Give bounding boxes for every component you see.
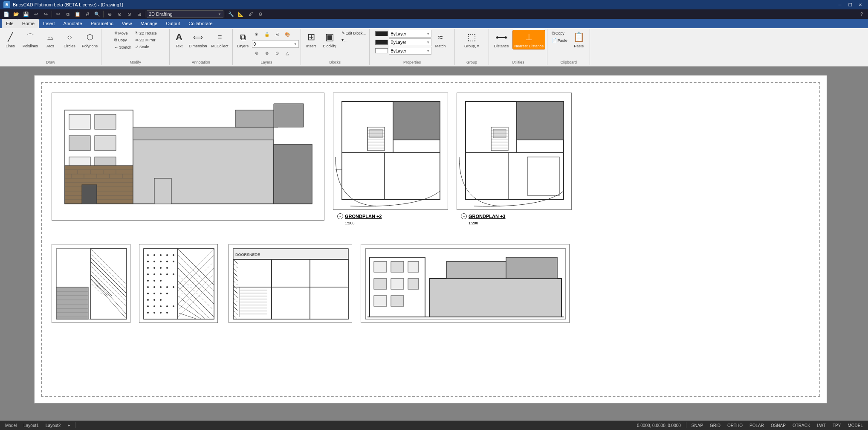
arcs-button[interactable]: ⌓ Arcs xyxy=(42,30,59,49)
svg-point-137 xyxy=(147,312,149,314)
block-more-button[interactable]: ▾ ... xyxy=(340,37,368,43)
layout2-tab[interactable]: Layout2 xyxy=(44,423,63,428)
tpy-status[interactable]: TPY xyxy=(831,423,842,428)
axo-viewport[interactable] xyxy=(52,93,324,221)
plan3-viewport[interactable] xyxy=(457,93,572,210)
tab-collaborate[interactable]: Collaborate xyxy=(184,19,217,28)
distance-button[interactable]: ⟷ Distance xyxy=(491,30,512,49)
text-button[interactable]: A Text xyxy=(171,30,187,49)
redo-button[interactable]: ↪ xyxy=(41,10,50,18)
group-button[interactable]: ⬚ Group, ▾ xyxy=(459,30,485,49)
color-swatch xyxy=(375,31,388,36)
copy-icon: ⧉ xyxy=(114,38,117,43)
settings-btn2[interactable]: 📐 xyxy=(236,10,246,18)
layout1-tab[interactable]: Layout1 xyxy=(22,423,41,428)
layers-button[interactable]: ⧉ Layers xyxy=(234,30,252,49)
edit-block-button[interactable]: ✎ Edit Block... xyxy=(340,30,368,36)
detail2-viewport[interactable] xyxy=(139,244,218,323)
tab-insert[interactable]: Insert xyxy=(39,19,59,28)
copy-button[interactable]: ⧉ Copy xyxy=(113,37,133,44)
tab-manage[interactable]: Manage xyxy=(136,19,162,28)
save-button[interactable]: 💾 xyxy=(21,10,31,18)
model-tab[interactable]: Model xyxy=(3,423,18,428)
tab-home[interactable]: Home xyxy=(18,19,39,28)
new-button[interactable]: 📄 xyxy=(2,10,11,18)
model-status[interactable]: MODEL xyxy=(846,423,865,428)
layer-icon2[interactable]: 🔒 xyxy=(262,30,272,38)
layer-icon6[interactable]: ⊗ xyxy=(262,49,272,57)
plan2-viewport[interactable] xyxy=(333,93,448,210)
print-button[interactable]: 🖨 xyxy=(83,10,92,18)
undo-button[interactable]: ↩ xyxy=(31,10,41,18)
tab-view[interactable]: View xyxy=(118,19,136,28)
help-button[interactable]: ? xyxy=(857,10,866,18)
move-button[interactable]: ✥ Move xyxy=(113,30,133,36)
tab-annotate[interactable]: Annotate xyxy=(59,19,87,28)
clipboard-paste-small-button[interactable]: 📄 Paste xyxy=(550,37,569,44)
open-button[interactable]: 📂 xyxy=(12,10,21,18)
clipboard-copy-button[interactable]: ⧉ Copy xyxy=(550,30,569,37)
tab-parametric[interactable]: Parametric xyxy=(87,19,118,28)
stretch-button[interactable]: ↔ Stretch xyxy=(113,44,133,50)
tab-file[interactable]: File xyxy=(2,19,18,28)
settings-btn3[interactable]: 🖊 xyxy=(246,10,255,18)
lineweight-prop-box[interactable]: ByLayer ▼ xyxy=(389,47,431,55)
lines-button[interactable]: ╱ Lines xyxy=(2,30,19,49)
osnap-status[interactable]: OSNAP xyxy=(769,423,787,428)
layer-name-box[interactable]: 0 ▼ xyxy=(252,40,299,48)
detail1-viewport[interactable] xyxy=(52,244,130,323)
svg-text:DOORSNEDE: DOORSNEDE xyxy=(235,253,260,257)
detail3-viewport[interactable]: DOORSNEDE xyxy=(229,244,352,323)
mirror2d-button[interactable]: ⇔ 2D Mirror xyxy=(133,37,159,43)
layer-icon7[interactable]: ⊙ xyxy=(272,49,282,57)
snap-btn[interactable]: ⊕ xyxy=(105,10,114,18)
drawing-canvas[interactable]: ≡ AXO BEELD xyxy=(34,75,827,404)
linetype-prop-box[interactable]: ByLayer ▼ xyxy=(389,38,431,46)
settings-btn1[interactable]: 🔧 xyxy=(226,10,236,18)
polar-status[interactable]: POLAR xyxy=(748,423,766,428)
rotate2d-button[interactable]: ↻ 2D Rotate xyxy=(133,30,159,36)
dimension-button[interactable]: ⟺ Dimension xyxy=(187,30,209,49)
grid-status[interactable]: GRID xyxy=(708,423,722,428)
restore-button[interactable]: ❐ xyxy=(846,1,854,8)
workspace-selector[interactable]: 2D Drafting ▼ xyxy=(147,10,223,18)
snap-btn4[interactable]: ⊞ xyxy=(134,10,144,18)
color-prop-box[interactable]: ByLayer ▼ xyxy=(389,30,431,38)
lwt-status[interactable]: LWT xyxy=(816,423,827,428)
svg-marker-202 xyxy=(446,261,510,279)
snap-status[interactable]: SNAP xyxy=(690,423,705,428)
mlcollect-button[interactable]: ≡ MLCollect xyxy=(209,30,231,49)
match-button[interactable]: ≈ Match xyxy=(432,30,449,49)
layer-icon4[interactable]: 🎨 xyxy=(283,30,292,38)
zoom-button[interactable]: 🔍 xyxy=(93,10,102,18)
blockify-button[interactable]: ▣ Blockify xyxy=(320,30,339,49)
snap-btn2[interactable]: ⊗ xyxy=(115,10,124,18)
svg-point-139 xyxy=(160,312,162,314)
insert-button[interactable]: ⊞ Insert xyxy=(303,30,320,49)
snap-btn3[interactable]: ⊙ xyxy=(124,10,134,18)
minimize-button[interactable]: ─ xyxy=(836,1,844,8)
tab-output[interactable]: Output xyxy=(162,19,184,28)
circles-button[interactable]: ○ Circles xyxy=(61,30,78,49)
ortho-status[interactable]: ORTHO xyxy=(726,423,744,428)
otrack-status[interactable]: OTRACK xyxy=(791,423,812,428)
close-button[interactable]: ✕ xyxy=(856,1,865,8)
copy-qa-button[interactable]: ⧉ xyxy=(63,10,72,18)
layer-icon5[interactable]: ⊕ xyxy=(252,49,261,57)
paste-button[interactable]: 📋 Paste xyxy=(570,30,587,49)
nearest-distance-button[interactable]: ⊥ Nearest Distance xyxy=(512,30,545,49)
add-layout-btn[interactable]: + xyxy=(66,423,72,428)
paste-qa-button[interactable]: 📋 xyxy=(73,10,82,18)
scale-button[interactable]: ⤢ Scale xyxy=(133,44,159,50)
layer-icon3[interactable]: 🖨 xyxy=(272,30,282,38)
ribbon-group-properties: ByLayer ▼ ByLayer ▼ ByLayer ▼ xyxy=(370,29,455,65)
detail4-viewport[interactable] xyxy=(361,244,570,323)
blocks-group-label: Blocks xyxy=(301,60,370,64)
settings-btn4[interactable]: ⚙ xyxy=(256,10,265,18)
polylines-button[interactable]: ⌒ Polylines xyxy=(21,30,40,49)
layer-icon8[interactable]: △ xyxy=(283,49,292,57)
layer-icon1[interactable]: ☀ xyxy=(252,30,261,38)
canvas-area[interactable]: ≡ AXO BEELD xyxy=(0,67,868,421)
polygons-button[interactable]: ⬡ Polygons xyxy=(80,30,99,49)
cut-button[interactable]: ✂ xyxy=(53,10,63,18)
